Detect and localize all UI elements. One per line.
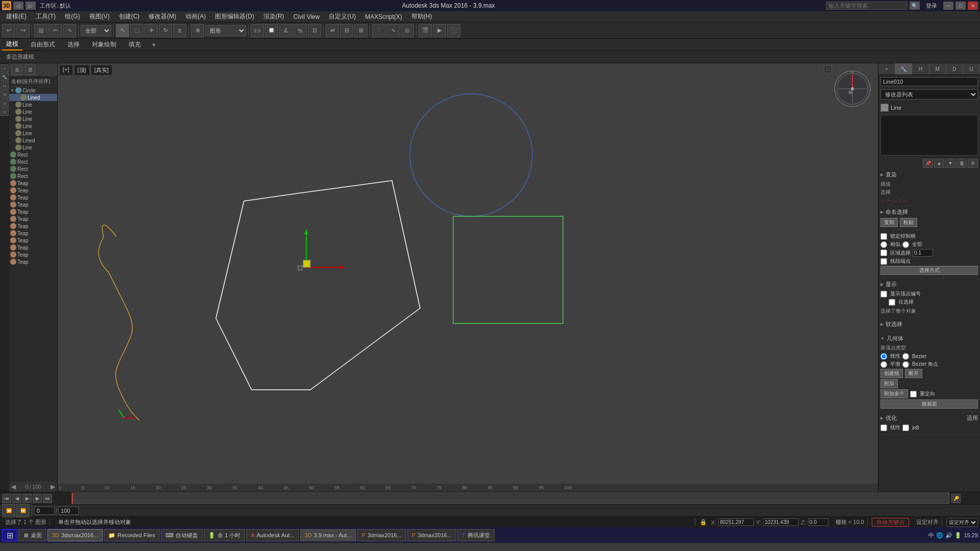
tb-render-frame[interactable]: ▶	[433, 24, 446, 37]
tb-render-setup[interactable]: 🎬	[419, 24, 432, 37]
viewport-3d[interactable]: [+] [顶] [真实]	[58, 63, 878, 492]
object-color-swatch[interactable]	[880, 104, 889, 112]
list-item[interactable]: Lined	[9, 94, 57, 101]
tb-spinner-snap[interactable]: ⊡	[308, 24, 321, 37]
list-item[interactable]: Teap	[9, 208, 57, 215]
li-create[interactable]: +	[1, 64, 9, 72]
tb-particle-view[interactable]: ◎	[401, 24, 414, 37]
tb-percent-snap[interactable]: %	[293, 24, 307, 37]
timeline-btn2[interactable]: ◀	[12, 494, 21, 503]
list-item[interactable]: Rect	[9, 151, 57, 158]
taskbar-auto-keyboard[interactable]: ⌨ 自动键盘	[161, 529, 203, 541]
linear-radio[interactable]	[880, 353, 887, 360]
li-modify[interactable]: 🔧	[1, 73, 9, 81]
list-item[interactable]: Rect	[9, 172, 57, 180]
reference-coord-dropdown[interactable]: 图形	[205, 25, 246, 36]
attach-btn[interactable]: 附加	[880, 379, 898, 388]
time-config-btn[interactable]: 设定对齐	[913, 518, 942, 526]
viewport-view-btn[interactable]: [顶]	[75, 65, 89, 75]
list-item[interactable]: ▼ Circle	[9, 87, 57, 94]
scroll-left-btn[interactable]: ◀	[11, 483, 16, 490]
list-item[interactable]: Teap	[9, 230, 57, 237]
frame-btn2[interactable]: ⏩	[16, 504, 30, 517]
panel-tab-create[interactable]: +	[878, 63, 895, 74]
menu-tools[interactable]: 工具(T)	[32, 11, 60, 22]
show-vertex-num-check[interactable]	[880, 291, 887, 297]
taskbar-desktop[interactable]: 🖥 桌面	[18, 529, 46, 541]
timeline-play-btn[interactable]: ▶	[22, 494, 32, 503]
attach-multi-btn[interactable]: 附加多个	[880, 389, 908, 398]
list-item[interactable]: Teap	[9, 251, 57, 258]
tb-redo[interactable]: ↪	[16, 24, 30, 37]
menu-custom[interactable]: 自定义(U)	[325, 11, 360, 22]
li-motion[interactable]: M	[1, 90, 9, 98]
taskbar-ppt1[interactable]: P 3dmax2016...	[357, 529, 406, 541]
coord-x-input[interactable]	[718, 518, 754, 526]
geometry-header[interactable]: ▼ 几何体	[880, 335, 978, 342]
frame-btn1[interactable]: ⏪	[2, 504, 15, 517]
list-item[interactable]: Rect	[9, 158, 57, 165]
only-selected-check[interactable]	[889, 299, 895, 306]
sidebar-tab-select[interactable]: 选	[12, 65, 22, 75]
object-name-input[interactable]	[880, 77, 978, 86]
named-selection-header[interactable]: ▶ 命名选择	[880, 208, 978, 216]
auto-key-btn[interactable]: 自动关键点	[872, 518, 909, 527]
ribbon-freeform[interactable]: 自由形式	[27, 39, 59, 50]
ribbon-modeling[interactable]: 建模	[2, 39, 22, 51]
break-btn[interactable]: 断开	[905, 369, 922, 378]
menu-render[interactable]: 渲染(R)	[259, 11, 288, 22]
tb-rotate[interactable]: ↻	[159, 24, 172, 37]
list-item[interactable]: Lined	[9, 137, 57, 144]
select-method-btn[interactable]: 选择方式	[880, 266, 978, 275]
scroll-right-btn[interactable]: ▶	[51, 483, 55, 490]
list-item[interactable]: Teap	[9, 215, 57, 222]
all-radio[interactable]	[902, 241, 909, 248]
modifier-stack[interactable]	[880, 115, 978, 156]
tb-select-link[interactable]: ⛓	[34, 24, 47, 37]
reorient-check[interactable]	[910, 391, 917, 397]
menu-civil-view[interactable]: Civil View	[289, 12, 324, 21]
timeline-track[interactable]	[71, 492, 949, 504]
taskbar-3dsmax-file[interactable]: 3D 3.9.max - Aut...	[300, 529, 356, 541]
battery-systray-icon[interactable]: 🔋	[954, 532, 962, 539]
linear-opt-check[interactable]	[880, 424, 887, 431]
smooth-radio[interactable]	[880, 361, 887, 368]
display-header[interactable]: ▶ 显示	[880, 281, 978, 288]
total-frame-input[interactable]	[58, 507, 79, 515]
taskbar-tencent[interactable]: T 腾讯课堂	[457, 529, 495, 541]
panel-tab-modify[interactable]: 🔧	[895, 63, 912, 74]
li-display[interactable]: D	[1, 99, 9, 107]
coord-y-input[interactable]	[763, 518, 799, 526]
create-line-btn[interactable]: 创建线	[880, 369, 903, 378]
panel-tab-motion[interactable]: M	[929, 63, 946, 74]
start-button[interactable]: ⊞	[2, 529, 17, 541]
list-item[interactable]: Teap	[9, 244, 57, 251]
menu-help[interactable]: 帮助(H)	[407, 11, 436, 22]
ribbon-selection[interactable]: 选择	[63, 39, 84, 50]
timeline-btn4[interactable]: ▶	[33, 494, 42, 503]
viewport-shading-btn[interactable]: [真实]	[91, 65, 112, 75]
list-item[interactable]: Line	[9, 130, 57, 137]
list-item[interactable]: Line	[9, 115, 57, 122]
list-item[interactable]: Teap	[9, 258, 57, 265]
area-sel-value[interactable]	[913, 249, 933, 257]
tb-layer-manager[interactable]: ⊞	[354, 24, 368, 37]
list-item[interactable]: Line	[9, 122, 57, 130]
tb-curve-editor[interactable]: ∿	[386, 24, 400, 37]
menu-graph-editor[interactable]: 图形编辑器(D)	[211, 11, 258, 22]
list-item[interactable]: Teap	[9, 201, 57, 208]
tb-scale[interactable]: ⧖	[173, 24, 186, 37]
ribbon-object-paint[interactable]: 对象绘制	[88, 39, 120, 50]
search-input[interactable]	[826, 2, 908, 10]
taskbar-autodesk[interactable]: A Autodesk Aut...	[246, 529, 299, 541]
list-item[interactable]: Line	[9, 144, 57, 151]
paste-named-sel-btn[interactable]: 粘贴	[900, 218, 917, 227]
select-filter-dropdown[interactable]: 全部	[81, 25, 111, 36]
soft-sel-header[interactable]: ▶ 软选择	[880, 320, 978, 328]
current-frame-input[interactable]	[34, 507, 55, 515]
network-icon[interactable]: 🌐	[936, 532, 943, 539]
area-sel-check[interactable]	[880, 249, 887, 256]
tb-select[interactable]: ↖	[116, 24, 129, 37]
key-mode-btn[interactable]: 🔑	[951, 494, 961, 503]
tb-render-production[interactable]: ⬛	[447, 24, 460, 37]
